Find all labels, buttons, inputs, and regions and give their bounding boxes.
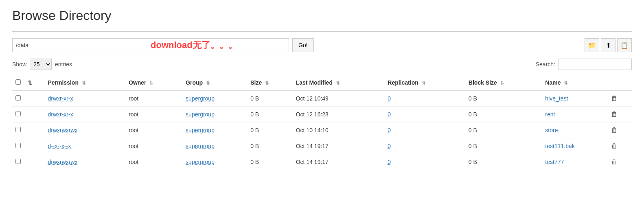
group-link-3[interactable]: supergroup bbox=[186, 143, 215, 149]
row-permission[interactable]: d--x--x--x bbox=[44, 138, 125, 154]
table-row: drwxr-xr-x root supergroup 0 B Oct 12 16… bbox=[12, 107, 632, 122]
permission-link-1[interactable]: drwxr-xr-x bbox=[48, 111, 73, 118]
file-table: ⇅ Permission ⇅ Owner ⇅ Group ⇅ Size ⇅ La… bbox=[12, 75, 632, 170]
row-group[interactable]: supergroup bbox=[182, 107, 247, 122]
row-owner: root bbox=[125, 154, 182, 170]
replication-link-4[interactable]: 0 bbox=[388, 159, 391, 165]
sort-icon-last-modified: ⇅ bbox=[336, 81, 340, 86]
folder-icon-button[interactable]: 📁 bbox=[585, 38, 599, 52]
row-name[interactable]: test111.bak bbox=[542, 138, 608, 154]
row-block-size: 0 B bbox=[465, 122, 542, 138]
row-name[interactable]: hive_test bbox=[542, 90, 608, 107]
permission-link-2[interactable]: drwxrwxrwx bbox=[48, 127, 77, 133]
group-link-1[interactable]: supergroup bbox=[186, 111, 215, 118]
delete-button-3[interactable]: 🗑 bbox=[611, 142, 618, 150]
row-checkbox-1[interactable] bbox=[15, 111, 21, 116]
th-action bbox=[608, 75, 632, 91]
row-delete[interactable]: 🗑 bbox=[608, 122, 632, 138]
delete-button-4[interactable]: 🗑 bbox=[611, 158, 618, 166]
th-name[interactable]: Name ⇅ bbox=[542, 75, 608, 91]
row-checkbox-0[interactable] bbox=[15, 95, 21, 100]
replication-link-1[interactable]: 0 bbox=[388, 111, 391, 118]
th-owner[interactable]: Owner ⇅ bbox=[125, 75, 182, 91]
row-sort-cell bbox=[24, 90, 44, 107]
delete-button-1[interactable]: 🗑 bbox=[611, 111, 618, 118]
clipboard-icon-button[interactable]: 📋 bbox=[617, 38, 632, 52]
search-input[interactable] bbox=[559, 59, 632, 70]
row-owner: root bbox=[125, 107, 182, 122]
row-checkbox-3[interactable] bbox=[15, 143, 21, 148]
replication-link-3[interactable]: 0 bbox=[388, 143, 391, 149]
group-link-4[interactable]: supergroup bbox=[186, 159, 215, 165]
table-row: drwxr-xr-x root supergroup 0 B Oct 12 10… bbox=[12, 90, 632, 107]
search-label: Search: bbox=[536, 61, 555, 68]
th-block-size[interactable]: Block Size ⇅ bbox=[465, 75, 542, 91]
row-replication[interactable]: 0 bbox=[384, 122, 465, 138]
row-replication[interactable]: 0 bbox=[384, 90, 465, 107]
table-row: drwxrwxrwx root supergroup 0 B Oct 14 19… bbox=[12, 154, 632, 170]
row-size: 0 B bbox=[247, 138, 293, 154]
row-last-modified: Oct 12 10:49 bbox=[293, 90, 385, 107]
divider bbox=[12, 31, 632, 32]
row-sort-cell bbox=[24, 154, 44, 170]
row-permission[interactable]: drwxrwxrwx bbox=[44, 122, 125, 138]
row-group[interactable]: supergroup bbox=[182, 90, 247, 107]
replication-link-2[interactable]: 0 bbox=[388, 127, 391, 133]
row-checkbox-4[interactable] bbox=[15, 159, 21, 164]
row-group[interactable]: supergroup bbox=[182, 138, 247, 154]
row-size: 0 B bbox=[247, 154, 293, 170]
folder-icon: 📁 bbox=[588, 41, 596, 49]
permission-link-0[interactable]: drwxr-xr-x bbox=[48, 95, 73, 102]
th-permission[interactable]: Permission ⇅ bbox=[44, 75, 125, 91]
name-link-4[interactable]: test777 bbox=[545, 159, 564, 165]
name-link-0[interactable]: hive_test bbox=[545, 95, 568, 102]
row-group[interactable]: supergroup bbox=[182, 154, 247, 170]
entries-select[interactable]: 10 25 50 100 bbox=[30, 59, 52, 70]
row-size: 0 B bbox=[247, 107, 293, 122]
permission-link-3[interactable]: d--x--x--x bbox=[48, 143, 71, 149]
sort-icon-permission: ⇅ bbox=[82, 81, 85, 86]
go-button[interactable]: Go! bbox=[292, 38, 314, 52]
row-block-size: 0 B bbox=[465, 138, 542, 154]
row-name[interactable]: test777 bbox=[542, 154, 608, 170]
select-all-checkbox[interactable] bbox=[15, 79, 21, 85]
group-link-2[interactable]: supergroup bbox=[186, 127, 215, 133]
group-link-0[interactable]: supergroup bbox=[186, 95, 215, 102]
th-group[interactable]: Group ⇅ bbox=[182, 75, 247, 91]
upload-icon-button[interactable]: ⬆ bbox=[601, 38, 616, 52]
row-permission[interactable]: drwxrwxrwx bbox=[44, 154, 125, 170]
row-sort-cell bbox=[24, 138, 44, 154]
replication-link-0[interactable]: 0 bbox=[388, 95, 391, 102]
row-last-modified: Oct 10 14:10 bbox=[293, 122, 385, 138]
th-replication[interactable]: Replication ⇅ bbox=[384, 75, 465, 91]
row-delete[interactable]: 🗑 bbox=[608, 107, 632, 122]
row-checkbox-cell bbox=[12, 107, 24, 122]
row-replication[interactable]: 0 bbox=[384, 138, 465, 154]
th-last-modified[interactable]: Last Modified ⇅ bbox=[293, 75, 385, 91]
delete-button-2[interactable]: 🗑 bbox=[611, 127, 618, 134]
row-sort-cell bbox=[24, 122, 44, 138]
row-group[interactable]: supergroup bbox=[182, 122, 247, 138]
th-size[interactable]: Size ⇅ bbox=[247, 75, 293, 91]
path-input[interactable] bbox=[12, 38, 289, 52]
name-link-3[interactable]: test111.bak bbox=[545, 143, 574, 149]
row-permission[interactable]: drwxr-xr-x bbox=[44, 107, 125, 122]
entries-label: entries bbox=[55, 61, 72, 68]
row-permission[interactable]: drwxr-xr-x bbox=[44, 90, 125, 107]
th-sort-default[interactable]: ⇅ bbox=[24, 75, 44, 91]
sort-icon-replication: ⇅ bbox=[422, 81, 425, 86]
name-link-1[interactable]: rent bbox=[545, 111, 555, 118]
row-delete[interactable]: 🗑 bbox=[608, 154, 632, 170]
row-checkbox-2[interactable] bbox=[15, 127, 21, 132]
row-replication[interactable]: 0 bbox=[384, 107, 465, 122]
sort-icon-owner: ⇅ bbox=[149, 81, 153, 86]
row-name[interactable]: rent bbox=[542, 107, 608, 122]
row-size: 0 B bbox=[247, 122, 293, 138]
row-delete[interactable]: 🗑 bbox=[608, 90, 632, 107]
row-replication[interactable]: 0 bbox=[384, 154, 465, 170]
row-name[interactable]: store bbox=[542, 122, 608, 138]
permission-link-4[interactable]: drwxrwxrwx bbox=[48, 159, 77, 165]
name-link-2[interactable]: store bbox=[545, 127, 558, 133]
row-delete[interactable]: 🗑 bbox=[608, 138, 632, 154]
delete-button-0[interactable]: 🗑 bbox=[611, 95, 618, 102]
